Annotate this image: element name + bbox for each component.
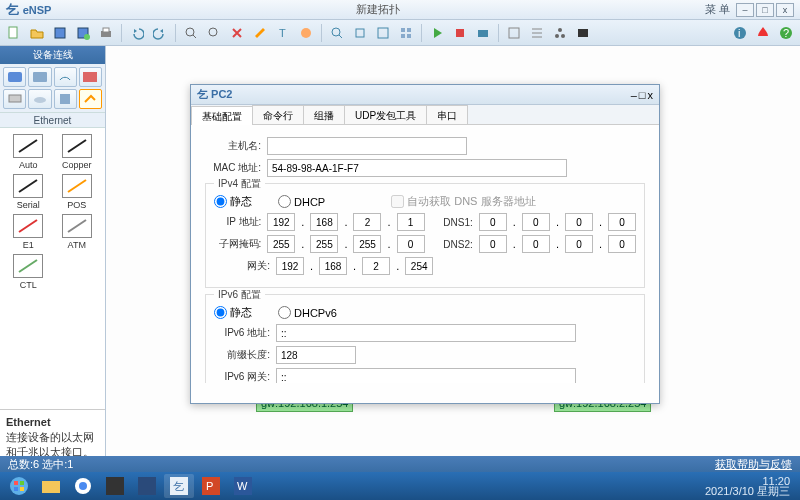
ppt-icon[interactable]: P bbox=[196, 474, 226, 498]
ip6-input[interactable] bbox=[276, 324, 576, 342]
dns1-oct4[interactable] bbox=[608, 213, 636, 231]
delete-icon[interactable] bbox=[227, 23, 247, 43]
switch-icon[interactable] bbox=[28, 67, 51, 87]
server-icon[interactable] bbox=[54, 89, 77, 109]
minimize-button[interactable]: – bbox=[736, 3, 754, 17]
maximize-button[interactable]: □ bbox=[756, 3, 774, 17]
svg-point-21 bbox=[555, 34, 559, 38]
dns2-oct3[interactable] bbox=[565, 235, 593, 253]
link-auto[interactable]: Auto bbox=[6, 134, 51, 170]
list-icon[interactable] bbox=[527, 23, 547, 43]
tab-udp[interactable]: UDP发包工具 bbox=[344, 105, 427, 124]
topology-canvas[interactable]: ip:192.168.1.1/24gw:192.168.1.254 ip:192… bbox=[106, 46, 800, 466]
mask-oct3[interactable] bbox=[353, 235, 381, 253]
start-icon[interactable] bbox=[427, 23, 447, 43]
ip-oct2[interactable] bbox=[310, 213, 338, 231]
close-button[interactable]: x bbox=[776, 3, 794, 17]
chrome-icon[interactable] bbox=[68, 474, 98, 498]
status-bar: 总数:6 选中:1 获取帮助与反馈 bbox=[0, 456, 800, 472]
undo-icon[interactable] bbox=[127, 23, 147, 43]
ensp-task-icon[interactable]: 乞 bbox=[164, 474, 194, 498]
svg-text:P: P bbox=[206, 480, 213, 492]
dhcpv6-radio[interactable]: DHCPv6 bbox=[278, 306, 337, 319]
status-help-link[interactable]: 获取帮助与反馈 bbox=[715, 457, 792, 472]
link-ctl[interactable]: CTL bbox=[6, 254, 51, 290]
help-icon[interactable]: ? bbox=[776, 23, 796, 43]
dns1-oct3[interactable] bbox=[565, 213, 593, 231]
dialog-minimize-button[interactable]: – bbox=[631, 89, 637, 101]
dhcp-radio[interactable]: DHCP bbox=[278, 195, 325, 208]
gw-oct4[interactable] bbox=[405, 257, 433, 275]
dns2-oct2[interactable] bbox=[522, 235, 550, 253]
brush-icon[interactable] bbox=[250, 23, 270, 43]
link-copper[interactable]: Copper bbox=[55, 134, 100, 170]
save-icon[interactable] bbox=[50, 23, 70, 43]
host-input[interactable] bbox=[267, 137, 467, 155]
app1-icon[interactable] bbox=[100, 474, 130, 498]
search-icon[interactable] bbox=[327, 23, 347, 43]
mac-input[interactable] bbox=[267, 159, 567, 177]
link-e1[interactable]: E1 bbox=[6, 214, 51, 250]
dns2-oct4[interactable] bbox=[608, 235, 636, 253]
dns1-oct1[interactable] bbox=[479, 213, 507, 231]
redo-icon[interactable] bbox=[150, 23, 170, 43]
mask-oct1[interactable] bbox=[267, 235, 295, 253]
link-pos[interactable]: POS bbox=[55, 174, 100, 210]
link-atm[interactable]: ATM bbox=[55, 214, 100, 250]
wlan-icon[interactable] bbox=[54, 67, 77, 87]
gw6-input[interactable] bbox=[276, 368, 576, 383]
zoomin-icon[interactable] bbox=[181, 23, 201, 43]
tab-cli[interactable]: 命令行 bbox=[252, 105, 304, 124]
new-icon[interactable] bbox=[4, 23, 24, 43]
dns2-oct1[interactable] bbox=[479, 235, 507, 253]
autodns-check[interactable]: 自动获取 DNS 服务器地址 bbox=[391, 194, 535, 209]
router-icon[interactable] bbox=[3, 67, 26, 87]
ip-oct3[interactable] bbox=[353, 213, 381, 231]
tab-serial[interactable]: 串口 bbox=[426, 105, 468, 124]
mask-oct4[interactable] bbox=[397, 235, 425, 253]
capture-icon[interactable] bbox=[473, 23, 493, 43]
huawei-icon[interactable] bbox=[753, 23, 773, 43]
cloud-icon[interactable] bbox=[28, 89, 51, 109]
ip-oct4[interactable] bbox=[397, 213, 425, 231]
tab-multicast[interactable]: 组播 bbox=[303, 105, 345, 124]
dialog-maximize-button[interactable]: □ bbox=[639, 89, 646, 101]
dns1-oct2[interactable] bbox=[522, 213, 550, 231]
word-icon[interactable]: W bbox=[228, 474, 258, 498]
link-serial[interactable]: Serial bbox=[6, 174, 51, 210]
explorer-icon[interactable] bbox=[36, 474, 66, 498]
menu-button[interactable]: 菜 单 bbox=[705, 2, 730, 17]
layout-icon[interactable] bbox=[504, 23, 524, 43]
vbox-icon[interactable] bbox=[132, 474, 162, 498]
system-tray[interactable]: 11:202021/3/10 星期三 bbox=[705, 476, 796, 496]
topo-icon[interactable] bbox=[550, 23, 570, 43]
prefix-input[interactable] bbox=[276, 346, 356, 364]
stop-icon[interactable] bbox=[450, 23, 470, 43]
tab-basic[interactable]: 基础配置 bbox=[191, 106, 253, 125]
zoom-fit-icon[interactable] bbox=[373, 23, 393, 43]
static-radio[interactable]: 静态 bbox=[214, 194, 252, 209]
svg-rect-44 bbox=[14, 487, 18, 491]
dialog-close-button[interactable]: x bbox=[648, 89, 654, 101]
zoom-reset-icon[interactable] bbox=[350, 23, 370, 43]
gw-oct2[interactable] bbox=[319, 257, 347, 275]
open-icon[interactable] bbox=[27, 23, 47, 43]
print-icon[interactable] bbox=[96, 23, 116, 43]
grid-icon[interactable] bbox=[396, 23, 416, 43]
link-icon[interactable] bbox=[79, 89, 102, 109]
pc-icon[interactable] bbox=[3, 89, 26, 109]
info-icon[interactable]: i bbox=[730, 23, 750, 43]
gw-oct3[interactable] bbox=[362, 257, 390, 275]
ip-oct1[interactable] bbox=[267, 213, 295, 231]
static6-radio[interactable]: 静态 bbox=[214, 305, 252, 320]
mask-oct2[interactable] bbox=[310, 235, 338, 253]
text-icon[interactable]: T bbox=[273, 23, 293, 43]
zoomout-icon[interactable] bbox=[204, 23, 224, 43]
palette-icon[interactable] bbox=[296, 23, 316, 43]
view-icon[interactable] bbox=[573, 23, 593, 43]
start-button[interactable] bbox=[4, 474, 34, 498]
gw-oct1[interactable] bbox=[276, 257, 304, 275]
pc-config-dialog: 乞 PC2 – □ x 基础配置 命令行 组播 UDP发包工具 串口 主机名: … bbox=[190, 84, 660, 404]
saveas-icon[interactable] bbox=[73, 23, 93, 43]
firewall-icon[interactable] bbox=[79, 67, 102, 87]
